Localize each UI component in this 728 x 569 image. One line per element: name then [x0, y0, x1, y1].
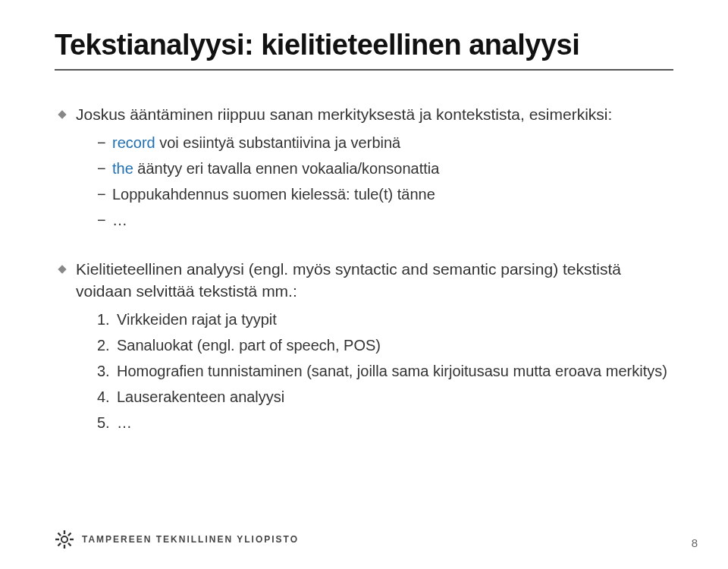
- title-divider: [55, 69, 673, 71]
- svg-rect-8: [67, 542, 71, 546]
- dash-icon: −: [97, 159, 106, 178]
- dash-icon: −: [97, 133, 106, 152]
- svg-rect-3: [55, 539, 59, 540]
- item-text: Lauserakenteen analyysi: [117, 388, 284, 405]
- bullet-text: Kielitieteellinen analyysi (engl. myös s…: [76, 260, 621, 299]
- sub-item: − Loppukahdennus suomen kielessä: tule(t…: [97, 184, 673, 204]
- ordered-item: 1.Virkkeiden rajat ja tyypit: [97, 310, 673, 329]
- sub-text: …: [112, 212, 127, 228]
- accent-word: record: [112, 134, 159, 151]
- sub-item: − the ääntyy eri tavalla ennen vokaalia/…: [97, 159, 673, 178]
- ordered-item: 5.…: [97, 413, 673, 432]
- bullet-item: Kielitieteellinen analyysi (engl. myös s…: [59, 259, 673, 432]
- sub-item: − record voi esiintyä substantiivina ja …: [97, 133, 673, 152]
- bullet-text: Joskus ääntäminen riippuu sanan merkityk…: [76, 105, 612, 123]
- item-number: 5.: [97, 413, 110, 432]
- slide-title: Tekstianalyysi: kielitieteellinen analyy…: [55, 29, 673, 61]
- ordered-item: 2.Sanaluokat (engl. part of speech, POS): [97, 335, 673, 355]
- svg-rect-4: [70, 539, 74, 540]
- item-number: 2.: [97, 335, 110, 355]
- diamond-icon: [58, 110, 66, 118]
- ordered-item: 4.Lauserakenteen analyysi: [97, 387, 673, 407]
- svg-rect-5: [67, 533, 71, 536]
- item-text: Sanaluokat (engl. part of speech, POS): [117, 337, 381, 354]
- item-number: 4.: [97, 387, 110, 407]
- accent-word: the: [112, 160, 137, 177]
- item-number: 3.: [97, 361, 110, 381]
- sub-text: voi esiintyä substantiivina ja verbinä: [159, 134, 400, 151]
- dash-icon: −: [97, 210, 106, 230]
- gear-icon: [55, 530, 74, 549]
- svg-rect-7: [58, 533, 61, 536]
- sub-text: Loppukahdennus suomen kielessä: tule(t) …: [112, 186, 435, 203]
- page-number: 8: [692, 536, 698, 549]
- item-text: …: [117, 414, 132, 431]
- item-text: Virkkeiden rajat ja tyypit: [117, 311, 277, 328]
- svg-rect-1: [64, 530, 65, 534]
- svg-rect-2: [64, 545, 65, 549]
- svg-rect-6: [58, 542, 61, 546]
- diamond-icon: [58, 266, 66, 274]
- item-number: 1.: [97, 310, 110, 329]
- dash-icon: −: [97, 184, 106, 204]
- sub-item: − …: [97, 210, 673, 230]
- footer: TAMPEREEN TEKNILLINEN YLIOPISTO: [55, 530, 299, 549]
- sub-text: ääntyy eri tavalla ennen vokaalia/konson…: [137, 160, 439, 177]
- footer-text: TAMPEREEN TEKNILLINEN YLIOPISTO: [82, 534, 299, 545]
- ordered-item: 3.Homografien tunnistaminen (sanat, joil…: [97, 361, 673, 381]
- bullet-item: Joskus ääntäminen riippuu sanan merkityk…: [59, 104, 673, 230]
- item-text: Homografien tunnistaminen (sanat, joilla…: [117, 363, 667, 379]
- svg-point-0: [61, 536, 67, 542]
